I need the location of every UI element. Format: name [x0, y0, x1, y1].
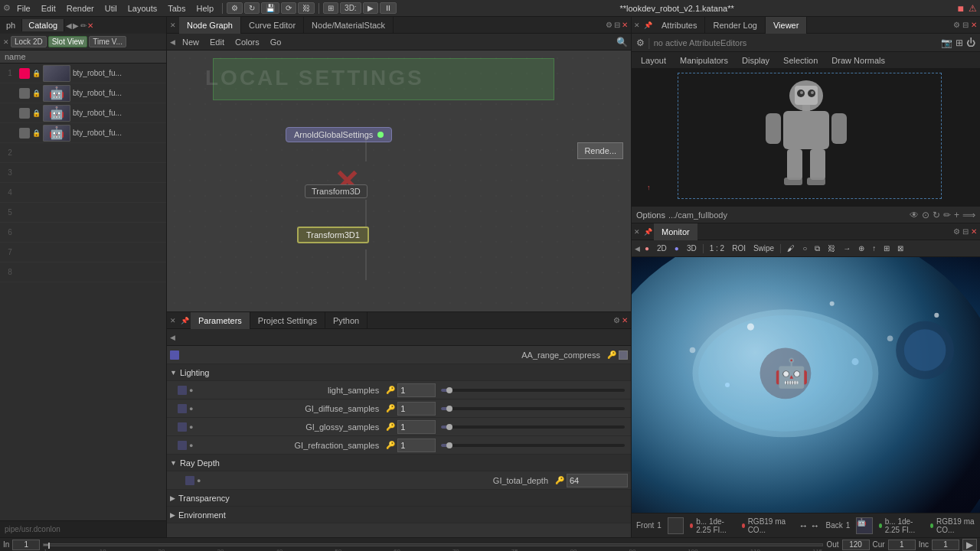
timeline-view-button[interactable]: Time V...	[89, 36, 126, 47]
menu-util[interactable]: Util	[100, 2, 122, 15]
tab-parameters[interactable]: Parameters	[191, 312, 250, 329]
node-graph-area[interactable]: LOCAL SETTINGS ArnoldGlobalSettings ✕ Tr…	[167, 51, 631, 311]
params-back-btn[interactable]: ◀	[170, 334, 175, 341]
node-arnold-global-settings[interactable]: ArnoldGlobalSettings	[286, 127, 392, 142]
tab-ph[interactable]: ph	[0, 19, 22, 31]
tl-cur-input[interactable]	[888, 540, 916, 550]
monitor-close-icon[interactable]: ✕	[971, 227, 977, 236]
monitor-settings-icon[interactable]: ⚙	[953, 227, 960, 236]
opt-target-icon[interactable]: ⊙	[922, 210, 929, 220]
mt-up-icon[interactable]: ↑	[869, 243, 879, 253]
menu-edit[interactable]: Edit	[37, 2, 60, 15]
scene-list[interactable]: 1 🔒 bty_robot_fu... 🔒 🤖 bty_robot_fu... …	[0, 64, 166, 520]
param-row-light-samples[interactable]: ● light_samples 🔑	[167, 381, 631, 399]
param-slider-handle-gd[interactable]	[446, 406, 452, 412]
menu-layouts[interactable]: Layouts	[123, 2, 162, 15]
section-ray-depth[interactable]: ▼ Ray Depth	[167, 455, 631, 471]
tab-node-graph[interactable]: Node Graph	[179, 17, 241, 34]
param-input-gi-glossy[interactable]	[397, 420, 436, 434]
param-row-gi-total[interactable]: ● GI_total_depth 🔑	[167, 471, 631, 490]
param-slider-gr[interactable]	[441, 444, 625, 447]
ng-colors-btn[interactable]: Colors	[231, 37, 263, 47]
mt-3d-btn[interactable]: 3D	[684, 243, 700, 253]
opt-edit-icon[interactable]: ✏	[943, 210, 951, 220]
tab-material-stack[interactable]: Node/MaterialStack	[304, 17, 394, 34]
vm-draw-normals[interactable]: Draw Normals	[825, 54, 891, 67]
pause-btn[interactable]: ⏸	[380, 2, 397, 14]
tab-render-log[interactable]: Render Log	[705, 17, 766, 34]
tab-attributes[interactable]: Attributes	[654, 17, 705, 34]
tab-viewer[interactable]: Viewer	[766, 17, 807, 34]
mi-swap-right-icon[interactable]: ↔	[811, 520, 820, 531]
param-checkbox-aa[interactable]	[619, 350, 628, 360]
param-row-aa[interactable]: AA_range_compress 🔑	[167, 346, 631, 364]
ng-new-btn[interactable]: New	[178, 37, 203, 47]
tl-inc-input[interactable]	[932, 540, 959, 550]
ng-back-btn[interactable]: ◀	[170, 38, 175, 46]
mt-brush-icon[interactable]: 🖌	[784, 243, 798, 253]
rp-close-icon[interactable]: ✕	[971, 21, 977, 29]
param-row-gi-glossy[interactable]: ● GI_glossy_samples 🔑	[167, 418, 631, 436]
settings-btn[interactable]: ⚙	[227, 2, 243, 14]
param-slider-gg[interactable]	[441, 425, 625, 429]
menu-render[interactable]: Render	[62, 2, 99, 15]
menu-file[interactable]: File	[12, 2, 35, 15]
vm-layout[interactable]: Layout	[635, 54, 672, 67]
render-button[interactable]: Rende...	[577, 142, 623, 159]
warning-icon[interactable]: ⚠	[969, 3, 977, 14]
param-slider-gd[interactable]	[441, 407, 625, 410]
param-row-gi-diffuse[interactable]: ● GI_diffuse_samples 🔑	[167, 399, 631, 418]
tl-out-input[interactable]	[842, 540, 870, 550]
param-row-gi-refraction[interactable]: ● GI_refraction_samples 🔑	[167, 436, 631, 455]
threed-btn[interactable]: 3D:	[340, 2, 361, 14]
catalog-prev-btn[interactable]: ◀	[66, 21, 72, 30]
mt-split-icon[interactable]: ⊕	[855, 243, 867, 253]
vm-manipulators[interactable]: Manipulators	[674, 54, 734, 67]
mt-grid2-icon[interactable]: ⊞	[880, 243, 893, 253]
mt-link-icon[interactable]: ⛓	[825, 243, 838, 253]
tl-in-input[interactable]	[12, 540, 40, 550]
ae-camera-icon[interactable]: 📷	[941, 37, 952, 48]
mt-copy-icon[interactable]: ⧉	[812, 243, 823, 254]
rp-collapse-icon[interactable]: ⊟	[962, 21, 969, 29]
scene-row-1[interactable]: 🔒 🤖 bty_robot_fu...	[0, 83, 166, 103]
vm-selection[interactable]: Selection	[777, 54, 824, 67]
mt-arrow-icon[interactable]: →	[840, 243, 854, 253]
tab-curve-editor[interactable]: Curve Editor	[241, 17, 304, 34]
monitor-collapse-icon[interactable]: ⊟	[962, 227, 969, 236]
mt-ratio[interactable]: 1 : 2	[707, 243, 727, 253]
ng-search-icon[interactable]: 🔍	[616, 37, 628, 47]
tab-monitor[interactable]: Monitor	[654, 223, 697, 240]
slot-view-button[interactable]: Slot View	[48, 36, 88, 47]
param-slider-handle-gr[interactable]	[446, 442, 452, 448]
opt-add-icon[interactable]: +	[954, 210, 959, 220]
reload-btn[interactable]: ⟳	[281, 2, 296, 14]
tab-project-settings[interactable]: Project Settings	[250, 312, 325, 329]
param-input-gi-total[interactable]	[567, 474, 628, 487]
lock-2d-button[interactable]: Lock 2D	[11, 36, 47, 47]
section-lighting[interactable]: ▼ Lighting	[167, 364, 631, 381]
ng-go-btn[interactable]: Go	[266, 37, 286, 47]
node-transform-error[interactable]: Transform3D	[305, 184, 368, 198]
param-input-gi-diffuse[interactable]	[397, 402, 436, 416]
menu-tabs[interactable]: Tabs	[163, 2, 190, 15]
mt-expand2-icon[interactable]: ⊠	[894, 243, 906, 253]
node-transform-selected[interactable]: Transform3D1	[297, 227, 369, 243]
mt-roi[interactable]: ROI	[729, 243, 749, 253]
monitor-pin[interactable]: 📌	[642, 228, 654, 236]
save-btn[interactable]: 💾	[261, 2, 279, 14]
vm-display[interactable]: Display	[736, 54, 776, 67]
ng-settings-icon[interactable]: ⚙	[606, 21, 612, 29]
param-slider-ls[interactable]	[441, 389, 625, 392]
refresh-btn[interactable]: ↻	[244, 2, 260, 14]
tab-python[interactable]: Python	[325, 312, 368, 329]
ng-edit-btn[interactable]: Edit	[206, 37, 228, 47]
mi-swap-left-icon[interactable]: ↔	[799, 520, 808, 531]
tab-catalog[interactable]: Catalog	[22, 19, 64, 31]
ng-close-icon[interactable]: ✕	[622, 21, 628, 29]
ae-grid-icon[interactable]: ⊞	[956, 37, 963, 48]
opt-eye-icon[interactable]: 👁	[910, 210, 919, 220]
monitor-back-btn[interactable]: ◀	[635, 245, 640, 253]
ae-power-icon[interactable]: ⏻	[966, 37, 975, 48]
param-input-gi-refraction[interactable]	[397, 439, 436, 452]
